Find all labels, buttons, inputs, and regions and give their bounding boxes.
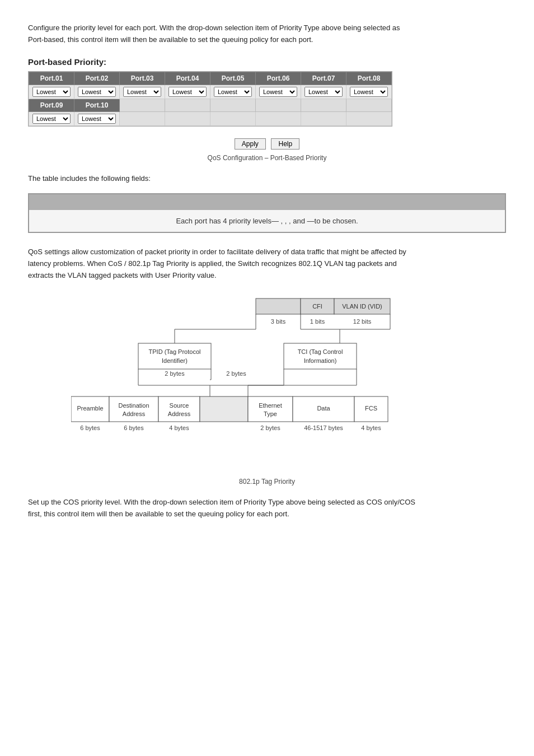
info-table: Each port has 4 priority levels— , , , a… bbox=[28, 193, 506, 233]
tag-priority-diagram: CFI VLAN ID (VID) 3 bits 1 bits 12 bits … bbox=[71, 293, 463, 472]
svg-text:Information): Information) bbox=[304, 357, 337, 364]
svg-text:Type: Type bbox=[264, 410, 277, 417]
svg-text:Ethernet: Ethernet bbox=[259, 402, 282, 409]
cos-text: Set up the COS priority level. With the … bbox=[28, 497, 506, 520]
svg-text:2 bytes: 2 bytes bbox=[260, 424, 280, 431]
port-header-7: Port.07 bbox=[301, 72, 346, 85]
svg-text:Data: Data bbox=[317, 405, 330, 412]
apply-row: Apply Help bbox=[28, 138, 506, 150]
port-header-2: Port.02 bbox=[74, 72, 120, 85]
svg-rect-36 bbox=[109, 396, 158, 422]
port-priority-section: Port-based Priority: Port.01Port.02Port.… bbox=[28, 57, 506, 162]
svg-text:6 bytes: 6 bytes bbox=[80, 424, 100, 431]
port-priority-table: Port.01Port.02Port.03Port.04Port.05Port.… bbox=[29, 72, 392, 126]
table-intro: The table includes the following fields: bbox=[28, 173, 506, 185]
port-priority-title: Port-based Priority: bbox=[28, 57, 506, 67]
svg-text:12 bits: 12 bits bbox=[353, 318, 372, 325]
svg-text:3 bits: 3 bits bbox=[271, 318, 286, 325]
port-header-1: Port.01 bbox=[29, 72, 74, 85]
svg-text:4 bytes: 4 bytes bbox=[169, 424, 189, 431]
svg-text:46-1517 bytes: 46-1517 bytes bbox=[304, 424, 343, 431]
port-header-10: Port.10 bbox=[74, 99, 120, 111]
port-select-1[interactable]: LowestLowMediumHigh bbox=[32, 87, 71, 97]
svg-text:TCI (Tag Control: TCI (Tag Control bbox=[298, 348, 343, 355]
port-header-8: Port.08 bbox=[346, 72, 392, 85]
svg-text:Address: Address bbox=[123, 410, 146, 417]
port-select-2[interactable]: LowestLowMediumHigh bbox=[78, 87, 116, 97]
svg-text:6 bytes: 6 bytes bbox=[124, 424, 144, 431]
port-select-8[interactable]: LowestLowMediumHigh bbox=[350, 87, 388, 97]
port-header-3: Port.03 bbox=[120, 72, 165, 85]
info-table-body: Each port has 4 priority levels— , , , a… bbox=[29, 210, 505, 232]
svg-text:FCS: FCS bbox=[365, 405, 377, 412]
svg-rect-43 bbox=[248, 396, 293, 422]
svg-text:2 bytes: 2 bytes bbox=[226, 370, 246, 377]
svg-text:Address: Address bbox=[168, 410, 191, 417]
intro-paragraph: Configure the priority level for each po… bbox=[28, 22, 506, 46]
svg-text:Identifier): Identifier) bbox=[162, 357, 188, 364]
port-header-9: Port.09 bbox=[29, 99, 74, 111]
help-button[interactable]: Help bbox=[271, 138, 299, 150]
svg-text:Preamble: Preamble bbox=[77, 405, 103, 412]
port-select-10[interactable]: LowestLowMediumHigh bbox=[78, 114, 116, 124]
port-select-3[interactable]: LowestLowMediumHigh bbox=[123, 87, 161, 97]
svg-text:VLAN ID (VID): VLAN ID (VID) bbox=[342, 303, 382, 310]
svg-text:1 bits: 1 bits bbox=[310, 318, 325, 325]
port-priority-caption: QoS Configuration – Port-Based Priority bbox=[28, 154, 506, 162]
svg-rect-16 bbox=[138, 343, 211, 369]
port-select-9[interactable]: LowestLowMediumHigh bbox=[32, 114, 71, 124]
diagram-caption: 802.1p Tag Priority bbox=[28, 478, 506, 486]
port-table-wrapper: Port.01Port.02Port.03Port.04Port.05Port.… bbox=[28, 71, 392, 127]
port-header-5: Port.05 bbox=[210, 72, 256, 85]
svg-text:Destination: Destination bbox=[118, 402, 149, 409]
qos-text: QoS settings allow customization of pack… bbox=[28, 246, 506, 281]
svg-text:TPID (Tag Protocol: TPID (Tag Protocol bbox=[149, 348, 201, 355]
svg-text:Source: Source bbox=[170, 402, 189, 409]
svg-text:2 bytes: 2 bytes bbox=[165, 370, 185, 377]
svg-rect-42 bbox=[200, 396, 248, 422]
port-header-4: Port.04 bbox=[165, 72, 210, 85]
port-select-4[interactable]: LowestLowMediumHigh bbox=[168, 87, 207, 97]
svg-rect-19 bbox=[284, 343, 357, 369]
port-select-7[interactable]: LowestLowMediumHigh bbox=[305, 87, 343, 97]
info-table-header bbox=[29, 194, 505, 210]
diagram-container: CFI VLAN ID (VID) 3 bits 1 bits 12 bits … bbox=[28, 293, 506, 472]
svg-text:CFI: CFI bbox=[312, 303, 322, 310]
svg-text:4 bytes: 4 bytes bbox=[361, 424, 381, 431]
svg-rect-39 bbox=[158, 396, 200, 422]
apply-button[interactable]: Apply bbox=[235, 138, 266, 150]
port-header-6: Port.06 bbox=[256, 72, 301, 85]
port-select-6[interactable]: LowestLowMediumHigh bbox=[259, 87, 297, 97]
port-select-5[interactable]: LowestLowMediumHigh bbox=[214, 87, 252, 97]
